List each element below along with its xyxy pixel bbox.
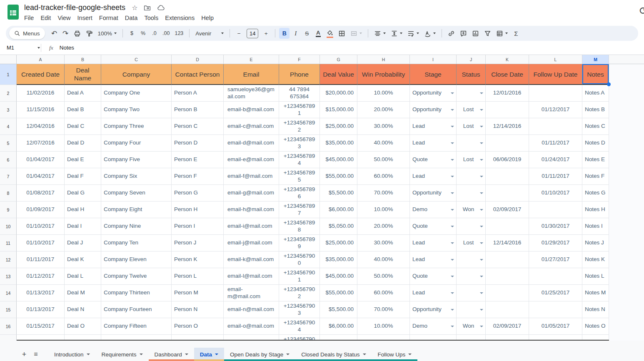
more-formats-button[interactable]: 123: [172, 28, 185, 39]
cell-E10[interactable]: email-i@mail.com: [224, 218, 279, 235]
cell-K9[interactable]: 02/09/2017: [486, 202, 529, 218]
cell-M3[interactable]: Notes B: [582, 102, 609, 118]
menu-extensions[interactable]: Extensions: [162, 14, 198, 22]
menu-help[interactable]: Help: [198, 14, 217, 22]
cell-K14[interactable]: [486, 285, 529, 301]
cell-B12[interactable]: Deal K: [65, 251, 101, 268]
cloud-status-icon[interactable]: [157, 4, 165, 11]
fill-color-button[interactable]: [324, 28, 335, 39]
cell-C15[interactable]: Company Fourteen: [101, 301, 172, 318]
cell-K17[interactable]: [486, 335, 529, 341]
cell-A6[interactable]: 01/04/2017: [17, 152, 65, 168]
dropdown-caret-icon[interactable]: [480, 192, 483, 194]
cell-D9[interactable]: Person H: [172, 202, 224, 218]
cell-H16[interactable]: 10.00%: [357, 318, 410, 335]
cell-G13[interactable]: $45,000.00: [320, 268, 357, 285]
cell-B9[interactable]: Deal H: [65, 202, 101, 218]
cell-L13[interactable]: [529, 268, 582, 285]
cell-M8[interactable]: Notes G: [582, 185, 609, 202]
column-header-A[interactable]: A: [17, 55, 65, 64]
cell-I12[interactable]: Lead: [410, 251, 457, 268]
cell-D17[interactable]: Person P: [172, 335, 224, 341]
sheet-tab-introduction[interactable]: Introduction: [48, 348, 96, 361]
dropdown-caret-icon[interactable]: [480, 126, 483, 127]
cell-F13[interactable]: +1234567901: [279, 268, 320, 285]
all-sheets-button[interactable]: ≡: [30, 348, 42, 361]
bold-button[interactable]: B: [279, 28, 290, 39]
cell-F5[interactable]: +1234567893: [279, 135, 320, 152]
cell-L3[interactable]: 01/12/2017: [529, 102, 582, 118]
text-color-button[interactable]: A: [313, 28, 323, 39]
dropdown-caret-icon[interactable]: [480, 259, 483, 261]
cell-F7[interactable]: +1234567895: [279, 168, 320, 185]
dropdown-caret-icon[interactable]: [480, 276, 483, 277]
cell-G11[interactable]: $25,000.00: [320, 235, 357, 251]
cell-H15[interactable]: 70.00%: [357, 301, 410, 318]
cell-B11[interactable]: Deal J: [65, 235, 101, 251]
cell-I14[interactable]: Lead: [410, 285, 457, 301]
cell-G14[interactable]: $55,000.00: [320, 285, 357, 301]
row-header-6[interactable]: 6: [0, 152, 17, 168]
dropdown-caret-icon[interactable]: [480, 159, 483, 161]
cell-M2[interactable]: Notes A: [582, 85, 609, 102]
cell-K7[interactable]: [486, 168, 529, 185]
cell-K5[interactable]: [486, 135, 529, 152]
cell-I6[interactable]: Quote: [410, 152, 457, 168]
cell-A10[interactable]: 01/10/2017: [17, 218, 65, 235]
cell-D16[interactable]: Person O: [172, 318, 224, 335]
cell-C10[interactable]: Company Nine: [101, 218, 172, 235]
cell-L6[interactable]: 01/24/2017: [529, 152, 582, 168]
cell-F4[interactable]: +1234567892: [279, 118, 320, 135]
cell-H2[interactable]: 10.00%: [357, 85, 410, 102]
cell-A15[interactable]: 01/13/2017: [17, 301, 65, 318]
cell-D13[interactable]: Person L: [172, 268, 224, 285]
cell-B1[interactable]: Deal Name: [65, 64, 101, 85]
dropdown-caret-icon[interactable]: [480, 176, 483, 177]
cell-H9[interactable]: 10.00%: [357, 202, 410, 218]
cell-D6[interactable]: Person E: [172, 152, 224, 168]
cell-I10[interactable]: Quote: [410, 218, 457, 235]
sheet-tab-closed-deals-by-status[interactable]: Closed Deals by Status: [295, 348, 372, 361]
add-sheet-button[interactable]: +: [18, 348, 30, 361]
row-header-2[interactable]: 2: [0, 85, 17, 102]
cell-H3[interactable]: 20.00%: [357, 102, 410, 118]
dropdown-caret-icon[interactable]: [451, 176, 454, 177]
cell-K6[interactable]: 06/06/2019: [486, 152, 529, 168]
font-size-input[interactable]: 14: [247, 29, 258, 38]
functions-button[interactable]: Σ: [511, 28, 521, 39]
cell-F1[interactable]: Phone: [279, 64, 320, 85]
borders-button[interactable]: [336, 28, 347, 39]
cell-E16[interactable]: email-o@mail.com: [224, 318, 279, 335]
dropdown-caret-icon[interactable]: [451, 126, 454, 127]
cell-B16[interactable]: Deal O: [65, 318, 101, 335]
strikethrough-button[interactable]: S: [302, 28, 312, 39]
undo-button[interactable]: ↶: [49, 28, 60, 39]
cell-L9[interactable]: [529, 202, 582, 218]
row-header-1[interactable]: 1: [0, 64, 17, 85]
cell-L10[interactable]: 01/30/2017: [529, 218, 582, 235]
cell-F3[interactable]: +1234567891: [279, 102, 320, 118]
cell-D1[interactable]: Contact Person: [172, 64, 224, 85]
text-rotation-button[interactable]: [422, 28, 438, 39]
cell-H17[interactable]: 20.00%: [357, 335, 410, 341]
insert-comment-button[interactable]: [458, 28, 469, 39]
menu-file[interactable]: File: [21, 14, 37, 22]
cell-H6[interactable]: 50.00%: [357, 152, 410, 168]
vertical-align-button[interactable]: [389, 28, 404, 39]
dropdown-caret-icon[interactable]: [451, 159, 454, 161]
cell-D5[interactable]: Person D: [172, 135, 224, 152]
cell-G16[interactable]: $6,000.00: [320, 318, 357, 335]
column-header-B[interactable]: B: [65, 55, 101, 64]
cell-C4[interactable]: Company Three: [101, 118, 172, 135]
column-header-E[interactable]: E: [224, 55, 279, 64]
row-header-16[interactable]: 16: [0, 318, 17, 335]
cell-C12[interactable]: Company Eleven: [101, 251, 172, 268]
cell-F10[interactable]: +1234567898: [279, 218, 320, 235]
cell-D8[interactable]: Person G: [172, 185, 224, 202]
cell-M10[interactable]: Notes I: [582, 218, 609, 235]
dropdown-caret-icon[interactable]: [451, 92, 454, 94]
table-button[interactable]: [494, 28, 510, 39]
cell-L12[interactable]: 01/27/2017: [529, 251, 582, 268]
cell-F17[interactable]: +1234567905: [279, 335, 320, 341]
cell-A14[interactable]: 01/13/2017: [17, 285, 65, 301]
